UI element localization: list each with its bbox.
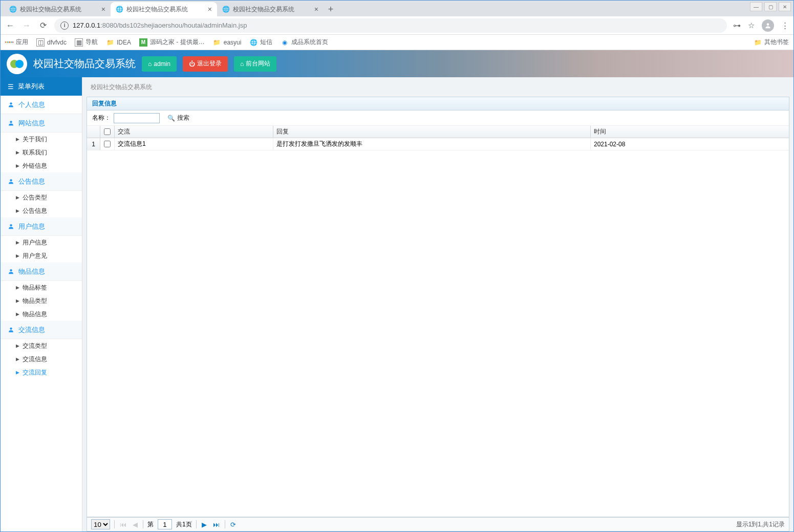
bookmark-label: 成品系统首页 [291, 38, 328, 47]
browser-tab[interactable]: 🌐校园社交物品交易系统× [111, 2, 217, 16]
bookmark-item[interactable]: 📁easyui [213, 38, 242, 47]
bookmark-item[interactable]: ◉成品系统首页 [281, 38, 328, 47]
browser-toolbar: ← → ⟳ i 127.0.0.1:8080/bds102shejiaoersh… [0, 16, 794, 35]
apps-icon [5, 38, 13, 47]
url-text: 127.0.0.1:8080/bds102shejiaoershou/houta… [73, 21, 721, 29]
bookmark-item[interactable]: ◫dfvfvdc [36, 38, 67, 47]
bookmark-item[interactable]: 🌐短信 [249, 38, 272, 47]
folder-icon: 📁 [754, 38, 762, 47]
globe-icon: 🌐 [249, 38, 257, 47]
svg-point-0 [767, 23, 769, 26]
profile-avatar[interactable] [762, 19, 774, 32]
tab-title: 校园社交物品交易系统 [126, 5, 206, 14]
browser-tab[interactable]: 🌐校园社交物品交易系统× [4, 2, 111, 16]
bookmark-label: easyui [224, 39, 242, 46]
bookmark-label: 短信 [260, 38, 272, 47]
bookmarks-bar: 应用◫dfvfvdc▦导航📁IDEAM源码之家 - 提供最…📁easyui🌐短信… [0, 35, 794, 50]
menu-icon[interactable]: ⋮ [781, 21, 789, 30]
forward-button[interactable]: → [22, 21, 32, 30]
bookmark-icon: M [139, 38, 147, 47]
globe-icon: 🌐 [9, 6, 17, 13]
bookmark-item[interactable]: ▦导航 [75, 38, 98, 47]
bookmark-label: dfvfvdc [47, 39, 67, 46]
browser-tab[interactable]: 🌐校园社交物品交易系统× [217, 2, 324, 16]
bookmark-label: 源码之家 - 提供最… [150, 38, 205, 47]
bookmark-icon: ▦ [75, 38, 83, 47]
globe-icon: 🌐 [222, 6, 230, 13]
bookmark-label: 应用 [16, 38, 28, 47]
bookmark-label: 其他书签 [764, 38, 789, 47]
folder-icon: 📁 [213, 38, 221, 47]
back-button[interactable]: ← [5, 21, 15, 30]
close-icon[interactable]: × [314, 5, 318, 13]
bookmark-icon: ◫ [36, 38, 45, 47]
bookmark-item[interactable]: 应用 [5, 38, 28, 47]
bookmark-label: 导航 [85, 38, 98, 47]
new-tab-button[interactable]: + [324, 2, 338, 16]
globe-icon: 🌐 [116, 6, 123, 13]
bookmark-label: IDEA [117, 39, 131, 46]
star-icon[interactable]: ☆ [748, 21, 755, 30]
window-maximize-button[interactable]: ▢ [764, 2, 777, 11]
window-close-button[interactable]: ✕ [779, 2, 791, 11]
close-icon[interactable]: × [101, 5, 105, 13]
tab-title: 校园社交物品交易系统 [233, 5, 312, 14]
window-minimize-button[interactable]: — [750, 2, 762, 11]
key-icon[interactable]: ⊶ [733, 21, 741, 30]
tab-title: 校园社交物品交易系统 [20, 5, 99, 14]
site-info-icon[interactable]: i [60, 21, 69, 30]
bookmark-item[interactable]: 📁IDEA [106, 38, 131, 47]
address-bar[interactable]: i 127.0.0.1:8080/bds102shejiaoershou/hou… [54, 18, 727, 33]
reload-button[interactable]: ⟳ [38, 20, 48, 30]
other-bookmarks[interactable]: 📁其他书签 [754, 38, 789, 47]
folder-icon: 📁 [106, 38, 114, 47]
bookmark-item[interactable]: M源码之家 - 提供最… [139, 38, 205, 47]
close-icon[interactable]: × [208, 5, 212, 13]
browser-tab-bar: 🌐校园社交物品交易系统×🌐校园社交物品交易系统×🌐校园社交物品交易系统×+ [0, 0, 794, 16]
globe-icon: ◉ [281, 38, 289, 47]
